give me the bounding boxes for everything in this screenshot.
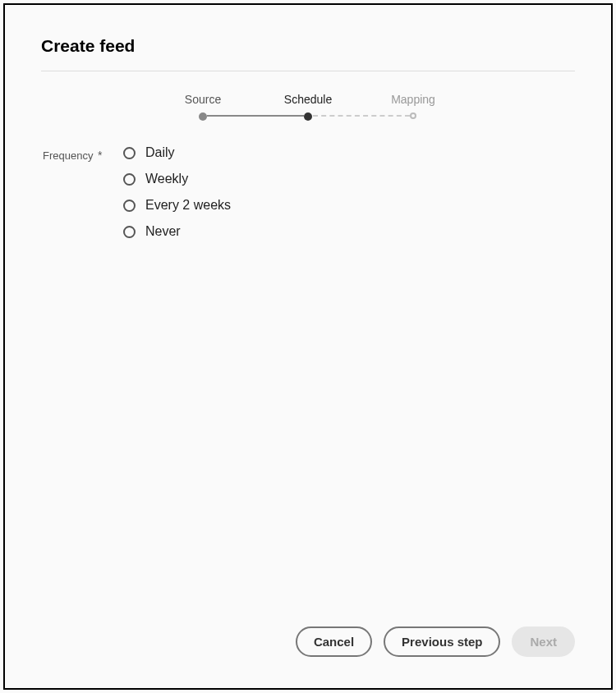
step-connector-solid (207, 115, 304, 117)
step-dot-pending-icon (410, 112, 416, 119)
create-feed-dialog: Create feed Source Schedule Mapping Freq… (3, 3, 613, 690)
step-dot-active-icon (304, 112, 312, 121)
dialog-title: Create feed (41, 36, 575, 56)
frequency-field: Frequency * Daily Weekly Every 2 weeks (41, 145, 575, 239)
step-connector-dashed (313, 115, 410, 117)
radio-option-never[interactable]: Never (123, 224, 231, 239)
step-label-mapping: Mapping (391, 93, 435, 106)
step-label-source: Source (185, 93, 221, 106)
radio-label: Every 2 weeks (145, 198, 231, 213)
radio-option-weekly[interactable]: Weekly (123, 172, 231, 186)
step-label-schedule: Schedule (284, 93, 332, 106)
radio-label: Never (145, 224, 181, 239)
next-button[interactable]: Next (512, 626, 575, 657)
required-asterisk-icon: * (98, 149, 102, 162)
radio-label: Daily (145, 145, 175, 160)
frequency-label-text: Frequency (43, 149, 93, 162)
radio-label: Weekly (145, 172, 188, 186)
radio-option-daily[interactable]: Daily (123, 145, 231, 160)
radio-icon (123, 226, 136, 238)
radio-icon (123, 200, 136, 212)
step-dot-completed-icon (199, 112, 207, 121)
previous-step-button[interactable]: Previous step (384, 626, 500, 657)
radio-icon (123, 173, 136, 186)
radio-icon (123, 147, 136, 159)
divider (41, 71, 575, 71)
cancel-button[interactable]: Cancel (296, 626, 372, 657)
frequency-label: Frequency * (41, 145, 123, 162)
wizard-stepper: Source Schedule Mapping (41, 93, 575, 121)
radio-option-every-2-weeks[interactable]: Every 2 weeks (123, 198, 231, 213)
dialog-content: Create feed Source Schedule Mapping Freq… (5, 5, 611, 626)
frequency-radio-group: Daily Weekly Every 2 weeks Never (123, 145, 231, 239)
dialog-footer: Cancel Previous step Next (5, 626, 611, 688)
